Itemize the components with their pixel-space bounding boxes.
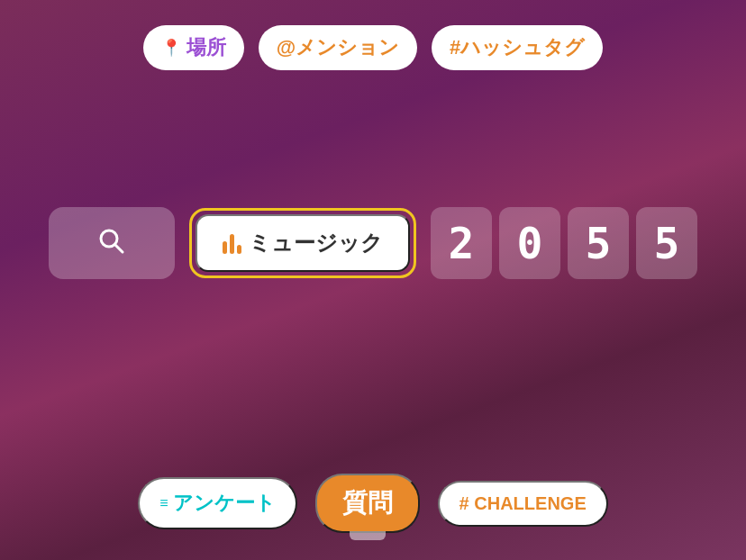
countdown-tile-2: 0: [499, 207, 560, 279]
music-sticker-wrapper: ミュージック: [189, 208, 416, 278]
svg-line-1: [115, 245, 123, 253]
countdown-tiles: 2 0 5 5: [431, 207, 697, 279]
question-label: 質問: [342, 486, 393, 520]
mention-sticker-button[interactable]: @メンション: [259, 25, 417, 70]
question-sticker-button[interactable]: 質問: [315, 474, 420, 533]
middle-sticker-row: ミュージック 2 0 5 5: [0, 207, 746, 279]
challenge-label: # CHALLENGE: [459, 493, 587, 514]
poll-sticker-button[interactable]: ≡ アンケート: [138, 477, 296, 529]
countdown-tile-1: 2: [431, 207, 492, 279]
music-sticker-button[interactable]: ミュージック: [196, 214, 410, 272]
hashtag-sticker-button[interactable]: #ハッシュタグ: [432, 25, 603, 70]
search-icon: [97, 227, 126, 259]
location-sticker-button[interactable]: 📍 場所: [143, 25, 244, 70]
bottom-sticker-row: ≡ アンケート 質問 # CHALLENGE: [0, 474, 746, 533]
top-sticker-row: 📍 場所 @メンション #ハッシュタグ: [0, 25, 746, 70]
poll-icon: ≡: [159, 495, 167, 511]
location-label: 場所: [186, 34, 226, 61]
countdown-tile-4: 5: [636, 207, 697, 279]
poll-label: アンケート: [173, 490, 276, 517]
search-sticker-button[interactable]: [49, 207, 175, 279]
hashtag-label: #ハッシュタグ: [450, 34, 585, 61]
countdown-tile-3: 5: [568, 207, 629, 279]
mention-label: @メンション: [277, 34, 399, 61]
music-label: ミュージック: [249, 229, 383, 257]
challenge-sticker-button[interactable]: # CHALLENGE: [438, 481, 608, 527]
location-icon: 📍: [161, 38, 181, 58]
music-bars-icon: [223, 232, 241, 254]
